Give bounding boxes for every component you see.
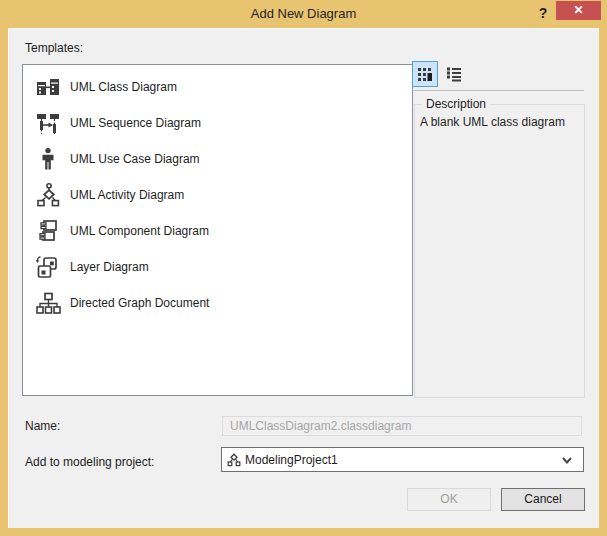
list-item-label: Directed Graph Document <box>70 296 209 310</box>
uml-component-diagram-icon <box>35 218 61 244</box>
name-label: Name: <box>25 419 60 433</box>
close-button[interactable]: ✕ <box>556 1 601 20</box>
list-view-button[interactable] <box>441 61 467 87</box>
list-item-directed-graph-document[interactable]: Directed Graph Document <box>23 285 412 321</box>
help-button[interactable]: ? <box>534 2 552 24</box>
list-item-label: UML Use Case Diagram <box>70 152 200 166</box>
uml-use-case-diagram-icon <box>35 146 61 172</box>
list-item-uml-component-diagram[interactable]: UML Component Diagram <box>23 213 412 249</box>
medium-icons-view-icon <box>417 66 433 82</box>
list-item-label: UML Sequence Diagram <box>70 116 201 130</box>
ok-button: OK <box>407 488 491 511</box>
name-input <box>222 416 582 436</box>
uml-class-diagram-icon <box>35 74 61 100</box>
list-item-uml-sequence-diagram[interactable]: UML Sequence Diagram <box>23 105 412 141</box>
directed-graph-document-icon <box>35 290 61 316</box>
modeling-project-label: Add to modeling project: <box>25 455 154 469</box>
list-item-label: UML Activity Diagram <box>70 188 184 202</box>
cancel-button[interactable]: Cancel <box>501 488 585 511</box>
modeling-project-combobox[interactable]: ModelingProject1 <box>221 447 584 472</box>
icons-view-button[interactable] <box>412 61 438 87</box>
templates-label: Templates: <box>25 41 83 55</box>
uml-sequence-diagram-icon <box>35 110 61 136</box>
list-item-label: UML Class Diagram <box>70 80 177 94</box>
close-icon: ✕ <box>573 3 583 17</box>
description-group-label: Description <box>422 97 490 111</box>
list-item-layer-diagram[interactable]: Layer Diagram <box>23 249 412 285</box>
uml-activity-diagram-icon <box>35 182 61 208</box>
list-item-uml-activity-diagram[interactable]: UML Activity Diagram <box>23 177 412 213</box>
titlebar: Add New Diagram ? ✕ <box>0 0 607 28</box>
dialog-body: Templates: UML Class Diagram UML Sequenc… <box>8 28 599 528</box>
list-item-uml-use-case-diagram[interactable]: UML Use Case Diagram <box>23 141 412 177</box>
panel-separator <box>412 90 584 91</box>
list-view-icon <box>446 66 462 82</box>
templates-listbox: UML Class Diagram UML Sequence Diagram U… <box>22 64 413 396</box>
list-item-uml-class-diagram[interactable]: UML Class Diagram <box>23 69 412 105</box>
modeling-project-value: ModelingProject1 <box>245 453 559 467</box>
dialog-title: Add New Diagram <box>0 0 607 28</box>
description-groupbox: Description A blank UML class diagram <box>414 104 585 398</box>
chevron-down-icon <box>559 452 575 468</box>
list-item-label: UML Component Diagram <box>70 224 209 238</box>
modeling-project-icon <box>227 453 241 467</box>
layer-diagram-icon <box>35 254 61 280</box>
add-new-diagram-dialog: Add New Diagram ? ✕ Templates: UML Class… <box>0 0 607 536</box>
list-item-label: Layer Diagram <box>70 260 149 274</box>
